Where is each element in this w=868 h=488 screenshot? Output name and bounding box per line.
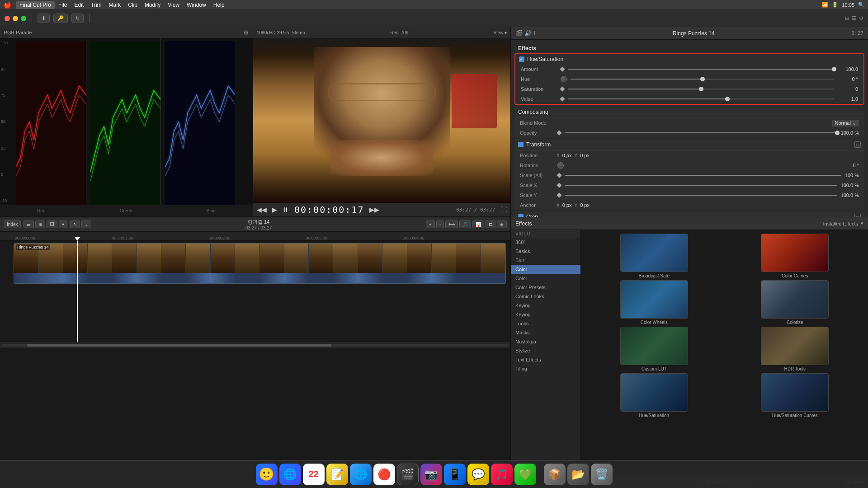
dock-kakaotalk[interactable]: 💬 [467,464,489,485]
crop-expand[interactable]: □ [854,214,861,217]
compositing-header[interactable]: Compositing [514,107,864,118]
saturation-slider[interactable] [568,89,834,89]
transform-expand[interactable]: □ [854,141,861,148]
audio-button[interactable]: 🎵 [459,221,471,228]
appearance-button[interactable]: ◈ [497,221,507,228]
dock-safari[interactable]: 🌐 [279,464,301,485]
anchor-x-value[interactable]: 0 px [562,202,572,208]
video-icon-tab[interactable]: 🎬 [515,30,523,37]
fast-forward-button[interactable]: ▶▶ [369,206,379,213]
blend-mode-dropdown[interactable]: Normal ⌄ [832,120,859,127]
cat-distortion[interactable]: Comic Looks [511,292,580,301]
value-slider[interactable] [568,99,834,99]
cat-comic-looks[interactable]: Color Presets [511,283,580,292]
timeline-list-view[interactable]: ☰ [24,221,34,228]
cat-360[interactable]: 360° [511,238,580,247]
menu-view[interactable]: View [164,1,183,9]
cat-basics[interactable]: Basics [511,247,580,256]
cat-text-effects[interactable]: Text Effects [511,355,580,364]
pause-button[interactable]: ⏸ [283,206,289,213]
dock-browser[interactable]: 🌐 [350,464,372,485]
cat-color[interactable]: Color [511,265,580,274]
import-button[interactable]: ⬇ [38,14,50,23]
scale-all-diamond[interactable] [557,173,561,178]
effect-thumb-custom-lut[interactable]: Custom LUT [585,327,724,371]
rotation-knob[interactable] [557,162,564,169]
video-fullscreen-icon[interactable]: ⛶ [500,206,507,213]
hue-knob[interactable] [561,76,567,82]
timeline-filmstrip-view[interactable]: 🎞 [47,221,57,228]
saturation-diamond[interactable] [560,86,565,91]
toolbar-inspector-icon[interactable]: ☰ [852,15,856,21]
scale-all-slider[interactable] [565,175,841,176]
connection-button[interactable]: ⊏ [486,221,495,228]
effect-thumb-hdr-tools[interactable]: HDR Tools [726,327,865,371]
video-scope-button[interactable]: 📊 [472,221,484,228]
play-button[interactable]: ▶ [272,206,277,213]
cat-color-presets[interactable]: Color [511,274,580,283]
menu-window[interactable]: Window [183,1,210,9]
dock-iphone-photos[interactable]: 📱 [444,464,466,485]
waveform-settings-icon[interactable]: ⚙ [243,29,249,36]
menu-modify[interactable]: Modify [141,1,164,9]
scale-y-diamond[interactable] [557,192,561,197]
hue-thumb[interactable] [700,77,705,81]
timeline-index-button[interactable]: Index [4,221,21,228]
info-icon-tab[interactable]: ℹ [533,30,536,37]
opacity-slider[interactable] [565,132,837,133]
minimize-button[interactable] [13,16,18,21]
scroll-thumb[interactable] [27,344,331,347]
refresh-button[interactable]: ↻ [71,14,84,23]
fit-timeline-button[interactable]: ⟷ [445,221,458,228]
dock-finder[interactable]: 🙂 [256,464,278,485]
dock-messages[interactable]: 💚 [514,464,536,485]
menu-mark[interactable]: Mark [105,1,125,9]
menu-trim[interactable]: Trim [87,1,105,9]
value-diamond[interactable] [560,96,565,101]
transform-header[interactable]: Transform □ [514,139,864,150]
effect-thumb-color-wheels[interactable]: Color Wheels [585,280,724,325]
amount-thumb[interactable] [832,67,836,71]
timeline-select-tool[interactable]: ↖ [70,221,80,228]
scale-x-slider[interactable] [565,185,837,186]
playhead[interactable] [77,241,78,342]
dock-trash[interactable]: 🗑️ [591,464,613,485]
dock-calendar[interactable]: 22 [303,464,325,485]
audio-icon-tab[interactable]: 🔊 [524,30,532,37]
position-y-value[interactable]: 0 px [580,153,590,158]
cat-light[interactable]: Keying [511,310,580,319]
cat-keying[interactable]: Keying [511,301,580,310]
cat-looks[interactable]: Looks [511,319,580,328]
saturation-thumb[interactable] [699,87,703,91]
cat-tiling[interactable]: Tiling [511,364,580,373]
opacity-thumb[interactable] [835,131,840,135]
anchor-y-value[interactable]: 0 px [580,202,590,208]
menu-help[interactable]: Help [210,1,228,9]
dock-misc2[interactable]: 📂 [567,464,589,485]
cat-nostalgia[interactable]: Nostalgia [511,337,580,346]
dock-fcpx[interactable]: 🎬 [397,464,419,485]
opacity-diamond[interactable] [557,130,561,135]
scale-y-slider[interactable] [565,195,837,196]
timeline-view-options[interactable]: ▾ [59,221,67,228]
scroll-track[interactable] [2,344,509,347]
scale-x-diamond[interactable] [557,183,561,188]
cat-masks[interactable]: Masks [511,328,580,337]
dock-misc1[interactable]: 📦 [544,464,566,485]
effect-thumb-colorize[interactable]: Colorize [726,280,865,325]
menu-file[interactable]: File [55,1,71,9]
menu-edit[interactable]: Edit [71,1,87,9]
toolbar-effects-icon[interactable]: ⚙ [859,15,863,21]
effect-thumb-hue-saturation[interactable]: Hue/Saturation [585,373,724,418]
video-view-dropdown[interactable]: View ▾ [494,30,507,35]
effect-thumb-hue-sat-curves[interactable]: Hue/Saturation Curves [726,373,865,418]
hue-slider[interactable] [571,79,834,80]
effect-thumb-broadcast-safe[interactable]: Broadcast Safe [585,234,724,278]
timeline-trim-tool[interactable]: ⌄ [81,221,91,228]
dock-notes[interactable]: 📝 [326,464,348,485]
apple-menu[interactable]: 🍎 [4,1,11,9]
menu-final-cut-pro[interactable]: Final Cut Pro [16,1,55,9]
effect-thumb-color-curves[interactable]: Color Curves [726,234,865,278]
fullscreen-button[interactable] [21,16,26,21]
dock-chrome[interactable]: 🔴 [373,464,395,485]
